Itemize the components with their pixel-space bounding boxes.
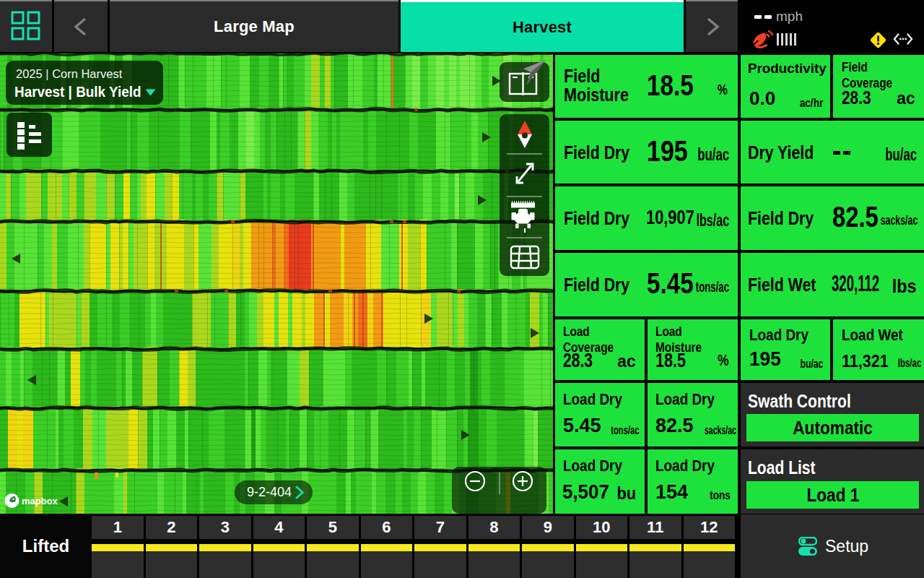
svg-text:mapbox: mapbox: [22, 496, 58, 506]
